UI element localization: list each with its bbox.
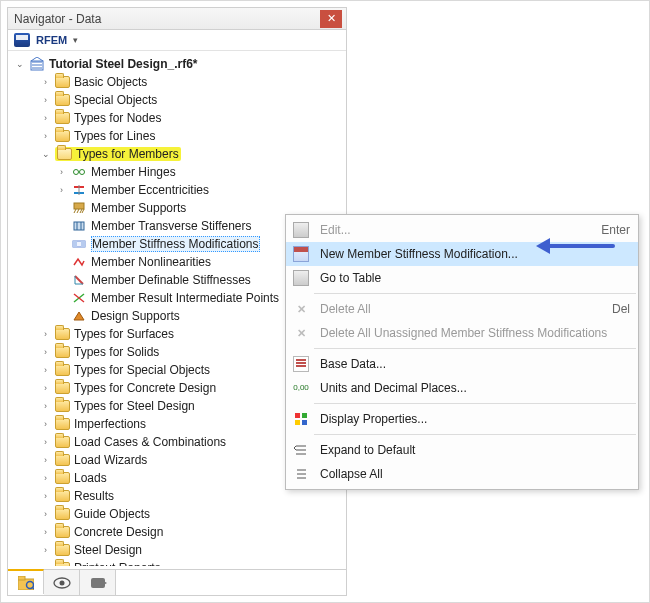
document-icon: [293, 356, 309, 372]
tree-item-label: Member Hinges: [91, 165, 176, 179]
toggle-icon[interactable]: ›: [40, 365, 51, 375]
tree-item[interactable]: ›Member Eccentricities: [12, 181, 346, 199]
menu-separator: [314, 403, 636, 404]
toggle-icon[interactable]: ›: [40, 455, 51, 465]
tree-item-label: Member Result Intermediate Points: [91, 291, 279, 305]
svg-rect-11: [73, 241, 77, 247]
tab-data[interactable]: [8, 569, 44, 594]
tree-item[interactable]: ›Concrete Design: [12, 523, 346, 541]
support-icon: [71, 200, 87, 216]
toggle-icon[interactable]: ›: [56, 167, 67, 177]
tree-item-label: Types for Concrete Design: [74, 381, 216, 395]
toggle-icon[interactable]: ›: [56, 185, 67, 195]
svg-rect-12: [81, 241, 85, 247]
menu-item[interactable]: Display Properties...: [286, 407, 638, 431]
tab-display[interactable]: [44, 570, 80, 595]
folder-icon: [55, 544, 70, 556]
display-props-icon: [293, 411, 309, 427]
tree-item-label: Load Cases & Combinations: [74, 435, 226, 449]
tree-item-label: Guide Objects: [74, 507, 150, 521]
menu-item-label: Display Properties...: [320, 412, 630, 426]
menu-item[interactable]: New Member Stiffness Modification...: [286, 242, 638, 266]
menu-item[interactable]: Collapse All: [286, 462, 638, 486]
chevron-down-icon: ▾: [73, 35, 78, 45]
folder-icon: [55, 94, 70, 106]
folder-icon: [55, 418, 70, 430]
tree-item-label: Member Supports: [91, 201, 186, 215]
toggle-icon[interactable]: ›: [40, 509, 51, 519]
toggle-icon[interactable]: ›: [40, 419, 51, 429]
folder-icon: [55, 382, 70, 394]
toggle-icon[interactable]: ⌄: [40, 149, 51, 159]
app-selector[interactable]: RFEM ▾: [8, 30, 346, 51]
tree-item-label: Results: [74, 489, 114, 503]
folder-icon: [55, 562, 70, 566]
tree-item-label: Member Transverse Stiffeners: [91, 219, 252, 233]
svg-point-1: [74, 170, 79, 175]
menu-item-label: Go to Table: [320, 271, 630, 285]
menu-item-shortcut: Del: [612, 302, 630, 316]
toggle-icon[interactable]: ›: [40, 491, 51, 501]
toggle-icon[interactable]: ›: [40, 113, 51, 123]
tree-item-label: Design Supports: [91, 309, 180, 323]
data-tab-icon: [18, 576, 34, 590]
tree-item-label: Types for Members: [76, 147, 179, 161]
menu-item[interactable]: Base Data...: [286, 352, 638, 376]
toggle-icon[interactable]: ›: [40, 563, 51, 566]
toggle-icon[interactable]: ›: [40, 527, 51, 537]
menu-item[interactable]: 0,00Units and Decimal Places...: [286, 376, 638, 400]
toggle-icon[interactable]: ›: [40, 473, 51, 483]
tree-item[interactable]: ›Printout Reports: [12, 559, 346, 566]
tab-views[interactable]: [80, 570, 116, 595]
menu-item: ✕Delete All Unassigned Member Stiffness …: [286, 321, 638, 345]
tree-item-label: Types for Special Objects: [74, 363, 210, 377]
svg-rect-25: [302, 413, 307, 418]
tree-item[interactable]: ⌄Types for Members: [12, 145, 346, 163]
folder-icon: [55, 346, 70, 358]
toggle-icon[interactable]: ›: [40, 131, 51, 141]
svg-rect-6: [74, 203, 84, 209]
menu-item[interactable]: Go to Table: [286, 266, 638, 290]
tree-item[interactable]: ›Types for Lines: [12, 127, 346, 145]
menu-item-label: Expand to Default: [320, 443, 630, 457]
tree-item-label: Concrete Design: [74, 525, 163, 539]
folder-icon: [55, 328, 70, 340]
menu-item-shortcut: Enter: [601, 223, 630, 237]
tree-item[interactable]: ›Steel Design: [12, 541, 346, 559]
titlebar: Navigator - Data ✕: [8, 8, 346, 30]
close-button[interactable]: ✕: [320, 10, 342, 28]
toggle-icon[interactable]: ›: [40, 545, 51, 555]
context-menu: Edit...EnterNew Member Stiffness Modific…: [285, 214, 639, 490]
tree-item[interactable]: ›Member Hinges: [12, 163, 346, 181]
tree-root[interactable]: ⌄ Tutorial Steel Design_.rf6*: [12, 55, 346, 73]
toggle-icon[interactable]: ›: [40, 383, 51, 393]
svg-rect-27: [302, 420, 307, 425]
toggle-icon[interactable]: ›: [40, 77, 51, 87]
nonlinearity-icon: [71, 254, 87, 270]
menu-item-label: Units and Decimal Places...: [320, 381, 630, 395]
table-icon: [293, 222, 309, 238]
toggle-icon[interactable]: ›: [40, 401, 51, 411]
tree-item[interactable]: ›Special Objects: [12, 91, 346, 109]
menu-item[interactable]: Expand to Default: [286, 438, 638, 462]
svg-point-2: [80, 170, 85, 175]
tree-item-label: Basic Objects: [74, 75, 147, 89]
folder-icon: [55, 364, 70, 376]
expand-icon: [293, 442, 309, 458]
tree-item[interactable]: ›Guide Objects: [12, 505, 346, 523]
close-icon: ✕: [327, 12, 336, 25]
toggle-icon[interactable]: ⌄: [14, 59, 25, 69]
svg-rect-19: [18, 576, 25, 580]
toggle-icon[interactable]: ›: [40, 329, 51, 339]
tree-item-label: Types for Nodes: [74, 111, 161, 125]
tree-item[interactable]: ›Types for Nodes: [12, 109, 346, 127]
new-table-icon: [293, 246, 309, 262]
tree-item-label: Member Definable Stiffnesses: [91, 273, 251, 287]
toggle-icon[interactable]: ›: [40, 347, 51, 357]
tree-item-label: Printout Reports: [74, 561, 161, 566]
folder-icon: [55, 508, 70, 520]
toggle-icon[interactable]: ›: [40, 95, 51, 105]
tree-item[interactable]: ›Basic Objects: [12, 73, 346, 91]
tree-item-label: Member Stiffness Modifications: [91, 236, 260, 252]
toggle-icon[interactable]: ›: [40, 437, 51, 447]
